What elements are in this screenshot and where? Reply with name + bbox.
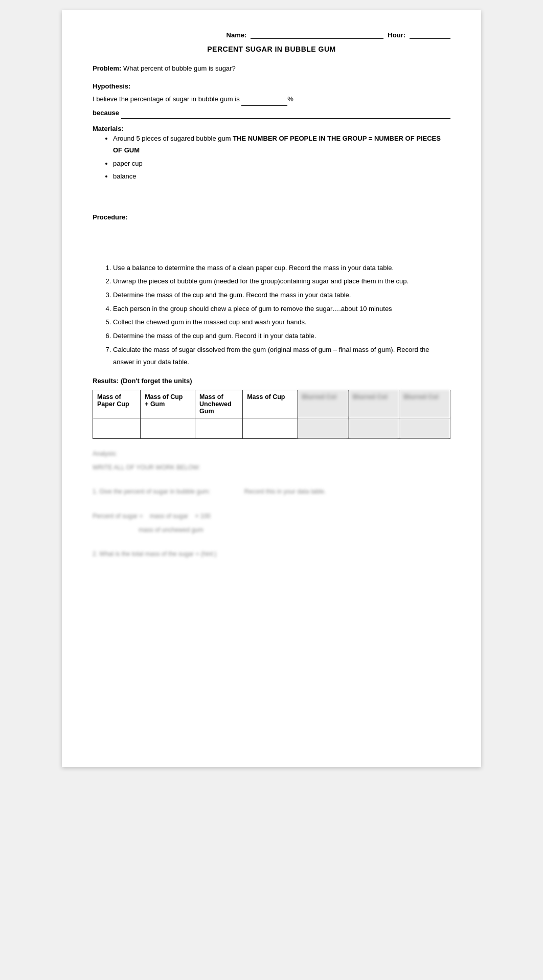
- hypothesis-because-blank[interactable]: [121, 109, 450, 119]
- list-item: paper cup: [113, 158, 450, 169]
- list-item: Use a balance to determine the mass of a…: [113, 262, 450, 275]
- materials-list: Around 5 pieces of sugared bubble gum TH…: [113, 132, 450, 183]
- cell-1-5: [298, 418, 349, 439]
- document-page: Name: Hour: PERCENT SUGAR IN BUBBLE GUM …: [62, 10, 481, 767]
- procedure-section: Procedure:: [93, 213, 450, 221]
- data-table: Mass ofPaper Cup Mass of Cup+ Gum Mass o…: [93, 390, 450, 439]
- analysis-q1: 1. Give the percent of sugar in bubble g…: [93, 487, 450, 497]
- procedure-list: Use a balance to determine the mass of a…: [113, 262, 450, 369]
- list-item: Determine the mass of the cup and gum. R…: [113, 330, 450, 343]
- cell-1-7: [399, 418, 450, 439]
- procedure-label: Procedure:: [93, 213, 128, 221]
- step-5: Collect the chewed gum in the massed cup…: [113, 318, 307, 326]
- col-header-2: Mass of Cup+ Gum: [141, 390, 195, 418]
- analysis-section: Analysis: WRITE ALL OF YOUR WORK BELOW: …: [93, 449, 450, 559]
- step-2: Unwrap the pieces of bubble gum (needed …: [113, 277, 409, 285]
- table-row: [93, 418, 450, 439]
- material-item-2: paper cup: [113, 160, 143, 167]
- col-header-5: Blurred Col: [298, 390, 349, 418]
- col-header-4: Mass of Cup: [243, 390, 298, 418]
- hour-field[interactable]: [410, 31, 450, 39]
- list-item: Unwrap the pieces of bubble gum (needed …: [113, 275, 450, 288]
- analysis-write-below: WRITE ALL OF YOUR WORK BELOW:: [93, 463, 450, 473]
- list-item: balance: [113, 170, 450, 182]
- analysis-formula: Percent of sugar = mass of sugar × 100: [93, 511, 450, 521]
- col-header-3: Mass ofUnchewedGum: [195, 390, 243, 418]
- name-field[interactable]: [251, 31, 383, 39]
- material-item-1-text: Around 5 pieces of sugared bubble gum: [113, 135, 233, 142]
- hour-label: Hour:: [388, 31, 405, 39]
- step-3: Determine the mass of the cup and the gu…: [113, 291, 351, 299]
- col-header-1: Mass ofPaper Cup: [93, 390, 141, 418]
- step-7: Calculate the mass of sugar dissolved fr…: [113, 346, 429, 366]
- cell-1-1[interactable]: [93, 418, 141, 439]
- col-header-6: Blurred Col: [348, 390, 399, 418]
- name-label: Name:: [227, 31, 247, 39]
- analysis-q2: 2. What is the total mass of the sugar =…: [93, 549, 450, 559]
- hypothesis-line1-prefix: I believe the percentage of sugar in bub…: [93, 95, 241, 103]
- list-item: Determine the mass of the cup and the gu…: [113, 289, 450, 302]
- list-item: Calculate the mass of sugar dissolved fr…: [113, 344, 450, 369]
- hypothesis-percent-symbol: %: [287, 95, 293, 103]
- results-section: Results: (Don't forget the units) Mass o…: [93, 377, 450, 439]
- cell-1-3[interactable]: [195, 418, 243, 439]
- step-4: Each person in the group should chew a p…: [113, 305, 392, 313]
- problem-label: Problem:: [93, 64, 121, 72]
- material-item-3: balance: [113, 172, 137, 180]
- problem-section: Problem: What percent of bubble gum is s…: [93, 63, 450, 74]
- cell-1-4[interactable]: [243, 418, 298, 439]
- analysis-label: Analysis:: [93, 449, 450, 459]
- step-6: Determine the mass of the cup and gum. R…: [113, 332, 316, 340]
- list-item: Collect the chewed gum in the massed cup…: [113, 316, 450, 329]
- results-label: Results: (Don't forget the units): [93, 377, 450, 385]
- col-header-7: Blurred Col: [399, 390, 450, 418]
- page-title: PERCENT SUGAR IN BUBBLE GUM: [93, 45, 450, 53]
- hypothesis-percentage-blank[interactable]: [241, 93, 287, 105]
- analysis-formula-denom: mass of unchewed gum: [93, 525, 450, 535]
- materials-label: Materials:: [93, 125, 450, 132]
- list-item: Around 5 pieces of sugared bubble gum TH…: [113, 132, 450, 157]
- hypothesis-section: Hypothesis: I believe the percentage of …: [93, 80, 450, 119]
- hypothesis-label: Hypothesis:: [93, 82, 130, 90]
- cell-1-6: [348, 418, 399, 439]
- hypothesis-because-label: because: [93, 107, 119, 119]
- list-item: Each person in the group should chew a p…: [113, 303, 450, 316]
- cell-1-2[interactable]: [141, 418, 195, 439]
- header-section: Name: Hour:: [93, 31, 450, 39]
- step-1: Use a balance to determine the mass of a…: [113, 264, 394, 272]
- materials-section: Materials: Around 5 pieces of sugared bu…: [93, 125, 450, 183]
- problem-text: What percent of bubble gum is sugar?: [123, 64, 236, 72]
